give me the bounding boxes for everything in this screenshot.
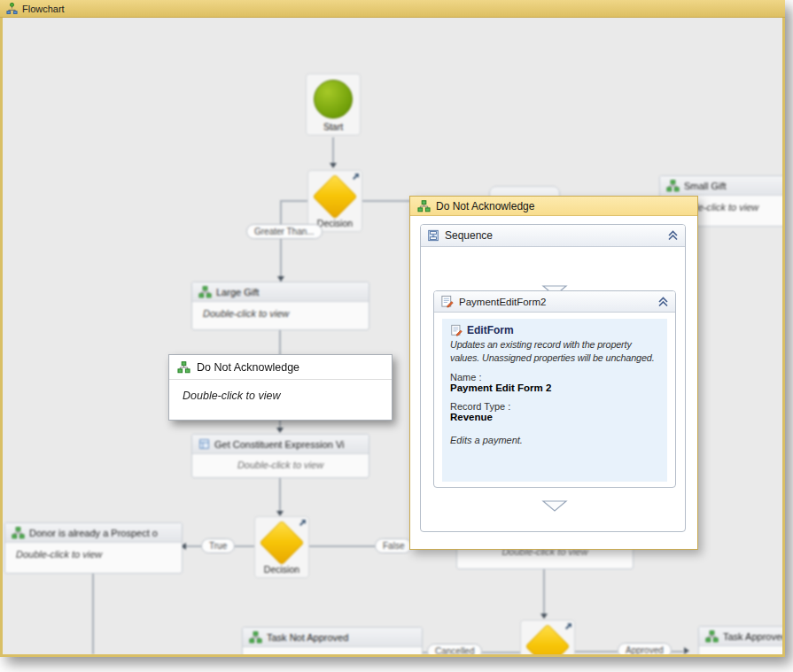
edit-form-info-panel: EditForm Updates an existing record with… xyxy=(442,319,667,482)
name-value: Payment Edit Form 2 xyxy=(450,382,659,393)
node-body: Double-click to view xyxy=(5,543,182,566)
node-decision-bottom[interactable] xyxy=(520,620,575,654)
node-title: Get Constituent Expression Vi xyxy=(214,439,345,450)
node-label: Decision xyxy=(255,564,308,575)
floating-card-title: Do Not Acknowledge xyxy=(197,361,299,374)
node-title: Large Gift xyxy=(216,287,259,297)
node-title: Small Gift xyxy=(684,181,727,191)
arrow-right-icon xyxy=(684,647,689,654)
edit-form-name: EditForm xyxy=(467,324,514,336)
popup-title: Do Not Acknowledge xyxy=(436,200,534,212)
floating-card-body[interactable]: Double-click to view xyxy=(169,380,392,412)
drop-target-triangle-icon[interactable] xyxy=(541,499,568,513)
screenshot-root: Flowchart xyxy=(0,0,793,672)
activity-icon xyxy=(249,631,262,644)
collapse-chevron-icon[interactable] xyxy=(657,297,669,307)
node-decision-top[interactable]: Decision xyxy=(307,170,362,232)
edit-form-description: Updates an existing record with the prop… xyxy=(450,338,659,364)
connector-label-approved: Approved xyxy=(618,643,672,654)
connector-line xyxy=(92,574,94,654)
node-task-not-approved[interactable]: Task Not Approved xyxy=(242,627,423,654)
node-title: Donor is already a Prospect o xyxy=(29,528,158,538)
connector-line xyxy=(280,200,282,282)
connector-label-cancelled: Cancelled xyxy=(427,644,482,654)
node-donor-prospect[interactable]: Donor is already a Prospect o Double-cli… xyxy=(4,522,183,574)
name-label: Name : xyxy=(450,372,659,382)
arrow-down-icon xyxy=(330,163,337,168)
form-icon xyxy=(198,438,210,450)
connector-line xyxy=(309,545,377,547)
activity-icon xyxy=(198,286,212,298)
payment-edit-form-header[interactable]: PaymentEditForm2 xyxy=(434,291,675,313)
start-circle-icon xyxy=(314,80,353,119)
payment-edit-form-container[interactable]: PaymentEditForm2 xyxy=(433,290,676,488)
designer-canvas[interactable]: Start Decision Greater Than... xyxy=(3,18,782,654)
edit-form-icon xyxy=(450,324,463,336)
sequence-header[interactable]: Sequence xyxy=(421,225,685,247)
node-title: Task Not Approved xyxy=(267,632,348,643)
connector-line xyxy=(575,651,618,653)
node-body: Double-click to view xyxy=(192,302,369,325)
edit-form-footnote: Edits a payment. xyxy=(450,435,659,445)
record-type-value: Revenue xyxy=(450,412,659,422)
expand-arrow-icon[interactable] xyxy=(299,519,307,527)
floating-activity-card[interactable]: Do Not Acknowledge Double-click to view xyxy=(168,354,393,421)
connector-line xyxy=(543,569,545,614)
node-body: Double-click to view xyxy=(192,454,369,475)
decision-diamond-icon xyxy=(260,521,305,566)
decision-diamond-icon xyxy=(525,624,571,654)
connector-label-false: False xyxy=(375,538,412,553)
expand-arrow-icon[interactable] xyxy=(352,173,360,181)
connector-line xyxy=(279,477,281,511)
activity-icon xyxy=(12,527,25,539)
collapse-chevron-icon[interactable] xyxy=(667,230,679,241)
node-title: Task Approved xyxy=(723,631,782,642)
flowchart-title-bar[interactable]: Flowchart xyxy=(0,0,785,18)
payment-edit-form-title: PaymentEditForm2 xyxy=(459,297,546,307)
connector-line xyxy=(233,545,256,547)
expand-arrow-icon[interactable] xyxy=(564,622,572,630)
flowchart-title: Flowchart xyxy=(22,4,65,14)
record-type-label: Record Type : xyxy=(450,401,659,412)
connector-line xyxy=(332,137,334,164)
connector-line xyxy=(281,200,308,202)
activity-icon xyxy=(177,361,190,374)
connector-label-greater-than: Greater Than... xyxy=(246,224,323,239)
node-decision-mid[interactable]: Decision xyxy=(254,516,309,578)
decision-diamond-icon xyxy=(313,174,358,220)
connector-line xyxy=(482,652,520,653)
floating-card-header[interactable]: Do Not Acknowledge xyxy=(169,355,392,380)
node-get-constituent[interactable]: Get Constituent Expression Vi Double-cli… xyxy=(191,434,369,478)
activity-icon xyxy=(666,180,680,192)
activity-icon xyxy=(417,200,431,212)
edit-form-icon xyxy=(440,295,454,308)
node-start[interactable]: Start xyxy=(306,73,361,135)
activity-detail-popup[interactable]: Do Not Acknowledge Sequence xyxy=(409,196,698,550)
activity-icon xyxy=(705,630,719,643)
connector-label-true: True xyxy=(201,538,235,553)
node-large-gift[interactable]: Large Gift Double-click to view xyxy=(191,282,369,330)
node-task-approved[interactable]: Task Approved xyxy=(698,626,782,654)
arrow-down-icon xyxy=(540,614,548,619)
popup-header[interactable]: Do Not Acknowledge xyxy=(410,197,697,216)
node-label: Start xyxy=(307,121,360,132)
flowchart-designer-window: Flowchart xyxy=(0,0,785,657)
sequence-title: Sequence xyxy=(445,229,493,242)
arrow-down-icon xyxy=(276,428,284,433)
flowchart-icon xyxy=(6,3,18,14)
sequence-icon xyxy=(427,229,439,242)
